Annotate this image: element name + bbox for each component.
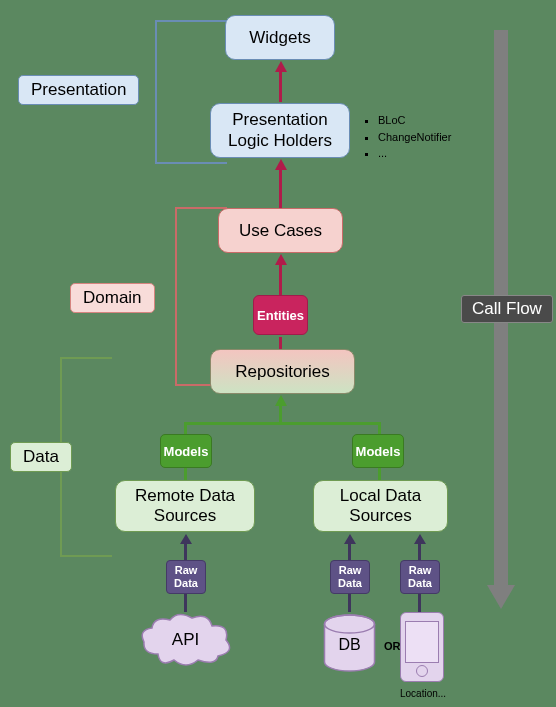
arrow-raw-remote xyxy=(184,544,187,560)
arrow-raw-remote-head xyxy=(180,534,192,544)
raw-data-device: Raw Data xyxy=(400,560,440,594)
arrow-repo-ent xyxy=(279,337,282,349)
conn-raw-api xyxy=(184,594,187,612)
arrow-raw-local-r xyxy=(418,544,421,560)
raw-db-label: Raw Data xyxy=(338,564,362,590)
arrow-uc-plh xyxy=(279,170,282,208)
conn-raw-dev xyxy=(418,594,421,612)
db-text: DB xyxy=(322,636,377,654)
arrow-ent-uc xyxy=(279,265,282,295)
data-layer-label: Data xyxy=(10,442,72,472)
models-left-box: Models xyxy=(160,434,212,468)
device-icon xyxy=(400,612,444,682)
use-cases-box: Use Cases xyxy=(218,208,343,253)
raw-data-api: Raw Data xyxy=(166,560,206,594)
arrow-raw-local-l xyxy=(348,544,351,560)
repositories-box: Repositories xyxy=(210,349,355,394)
callflow-arrow-head xyxy=(487,585,515,609)
arrow-plh-widgets xyxy=(279,72,282,102)
callflow-label: Call Flow xyxy=(461,295,553,323)
models-left-label: Models xyxy=(164,444,209,459)
domain-layer-label: Domain xyxy=(70,283,155,313)
bullet-bloc: BLoC xyxy=(378,112,451,129)
local-label: Local Data Sources xyxy=(340,486,421,527)
arrow-raw-local-r-head xyxy=(414,534,426,544)
location-text: Location... xyxy=(400,688,446,699)
arrow-ent-uc-head xyxy=(275,254,287,265)
or-text: OR xyxy=(384,640,401,652)
api-cloud: API xyxy=(138,612,233,667)
presentation-logic-holders-box: Presentation Logic Holders xyxy=(210,103,350,158)
conn-models-left xyxy=(184,468,187,480)
presentation-layer-label: Presentation xyxy=(18,75,139,105)
repositories-label: Repositories xyxy=(235,362,330,382)
arrow-repo-right xyxy=(378,422,381,434)
conn-models-right xyxy=(378,468,381,480)
usecases-label: Use Cases xyxy=(239,221,322,241)
arrow-repo-head xyxy=(275,395,287,406)
arrow-repo-left xyxy=(184,422,187,434)
plh-label: Presentation Logic Holders xyxy=(228,110,332,151)
arrow-repo-hbar xyxy=(185,422,380,425)
raw-data-db: Raw Data xyxy=(330,560,370,594)
remote-label: Remote Data Sources xyxy=(135,486,235,527)
widgets-label: Widgets xyxy=(249,28,310,48)
models-right-label: Models xyxy=(356,444,401,459)
db-cylinder: DB xyxy=(322,614,377,674)
models-right-box: Models xyxy=(352,434,404,468)
api-text: API xyxy=(138,612,233,667)
bullet-etc: ... xyxy=(378,145,451,162)
widgets-box: Widgets xyxy=(225,15,335,60)
bullet-cn: ChangeNotifier xyxy=(378,129,451,146)
remote-sources-box: Remote Data Sources xyxy=(115,480,255,532)
entities-box: Entities xyxy=(253,295,308,335)
arrow-uc-plh-head xyxy=(275,159,287,170)
local-sources-box: Local Data Sources xyxy=(313,480,448,532)
plh-bullets: BLoC ChangeNotifier ... xyxy=(362,112,451,162)
raw-device-label: Raw Data xyxy=(408,564,432,590)
arrow-plh-widgets-head xyxy=(275,61,287,72)
entities-label: Entities xyxy=(257,308,304,323)
raw-api-label: Raw Data xyxy=(174,564,198,590)
arrow-raw-local-l-head xyxy=(344,534,356,544)
conn-raw-db xyxy=(348,594,351,612)
